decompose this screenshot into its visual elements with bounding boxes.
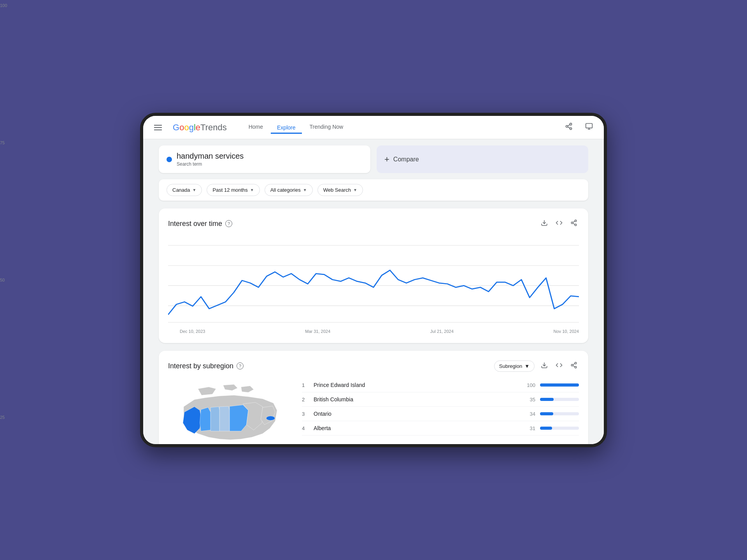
subregion-card-header: Interest by subregion ? Subregion ▼ [168,360,579,372]
compare-label: Compare [393,156,419,163]
list-item: 1 Prince Edward Island 100 [302,378,579,392]
card-title-area: Interest over time ? [168,220,232,228]
svg-point-25 [266,416,275,420]
app-header: Google Trends Home Explore Trending Now [143,116,604,139]
nav-home[interactable]: Home [242,121,269,134]
svg-point-2 [570,128,572,130]
compare-plus-icon: + [384,154,389,164]
interest-by-subregion-card: Interest by subregion ? Subregion ▼ [159,351,588,444]
chevron-down-icon: ▼ [524,363,530,369]
svg-point-20 [575,362,577,364]
subregion-card-title: Interest by subregion [168,362,233,370]
svg-point-21 [571,364,573,366]
main-nav: Home Explore Trending Now [242,121,349,134]
bar-fill [540,412,553,415]
time-filter[interactable]: Past 12 months ▼ [207,184,260,196]
bar-background [540,398,579,401]
search-term-title: handyman services [177,152,244,161]
svg-point-10 [571,222,573,224]
search-term-box: handyman services Search term [159,145,370,173]
list-item: 2 British Columbia 35 [302,392,579,407]
subregion-download-icon[interactable] [539,360,549,372]
download-icon[interactable] [539,218,549,229]
chart-area [168,241,579,327]
svg-line-4 [568,124,570,126]
trends-wordmark: Trends [200,122,227,133]
search-term-subtitle: Search term [177,161,244,167]
chevron-down-icon: ▼ [193,188,196,192]
category-filter[interactable]: All categories ▼ [265,184,313,196]
svg-line-24 [573,364,575,365]
svg-line-12 [573,223,575,224]
logo: Google Trends [173,122,227,133]
compare-box[interactable]: + Compare [377,145,588,173]
bar-background [540,412,579,415]
subregion-dropdown[interactable]: Subregion ▼ [494,360,535,372]
nav-trending[interactable]: Trending Now [303,121,350,134]
bar-fill [540,427,552,430]
svg-point-22 [575,366,577,368]
bar-background [540,383,579,387]
subregion-help-icon[interactable]: ? [237,362,244,369]
subregion-card-actions: Subregion ▼ [494,360,579,372]
menu-icon[interactable] [151,122,165,133]
bar-background [540,427,579,430]
svg-line-13 [573,221,575,222]
chevron-down-icon: ▼ [303,188,307,192]
feedback-icon[interactable] [582,119,596,135]
svg-point-0 [570,123,572,125]
x-axis-labels: Dec 10, 2023 Mar 31, 2024 Jul 21, 2024 N… [168,329,579,334]
card-header: Interest over time ? [168,218,579,229]
search-type-filter[interactable]: Web Search ▼ [317,184,363,196]
share-icon[interactable] [562,119,576,135]
embed-icon[interactable] [554,218,564,229]
bar-fill [540,383,579,387]
svg-point-11 [575,224,577,226]
bar-fill [540,398,554,401]
list-item: 4 Alberta 31 [302,421,579,436]
interest-over-time-card: Interest over time ? [159,208,588,343]
main-content: handyman services Search term + Compare … [143,139,604,444]
card-title: Interest over time [168,220,222,228]
subregion-share-icon[interactable] [569,360,579,372]
chevron-down-icon: ▼ [250,188,254,192]
svg-point-1 [566,126,568,128]
chevron-down-icon: ▼ [353,188,357,192]
subregion-embed-icon[interactable] [554,360,564,372]
svg-line-23 [573,366,575,367]
region-list: 1 Prince Edward Island 100 2 British Col… [302,378,579,444]
location-filter[interactable]: Canada ▼ [167,184,202,196]
help-icon[interactable]: ? [225,220,232,227]
svg-point-9 [575,220,577,222]
filter-bar: Canada ▼ Past 12 months ▼ All categories… [159,179,588,201]
line-chart [168,241,579,327]
list-item: 3 Ontario 34 [302,407,579,421]
share-card-icon[interactable] [569,218,579,229]
canada-map [168,378,293,444]
subregion-content: 1 Prince Edward Island 100 2 British Col… [168,378,579,444]
search-area: handyman services Search term + Compare [159,145,588,173]
card-actions [539,218,579,229]
subregion-title-area: Interest by subregion ? [168,362,244,370]
map-svg [172,378,289,444]
header-actions [562,119,596,135]
svg-line-3 [568,127,570,128]
svg-rect-5 [586,124,593,128]
term-color-dot [167,157,172,162]
nav-explore[interactable]: Explore [271,121,302,134]
